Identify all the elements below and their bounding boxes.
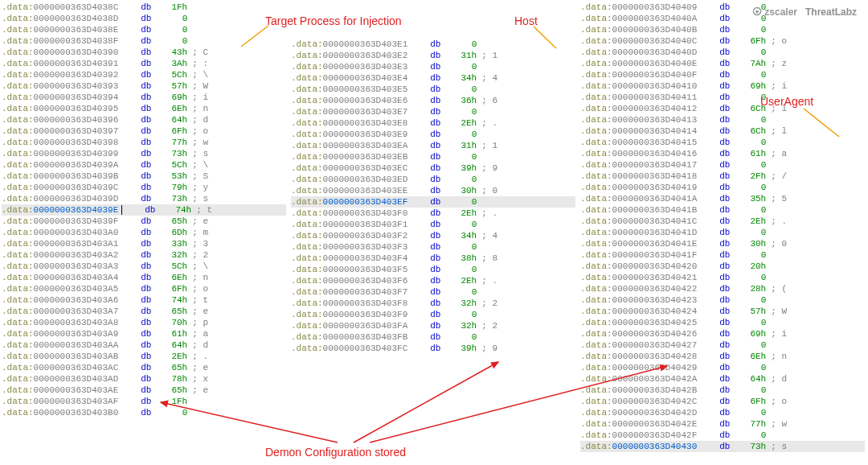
data-row[interactable]: .data:0000000363D40395db6Eh; n <box>2 103 286 114</box>
data-row[interactable]: .data:0000000363D40392db5Ch; \ <box>2 69 286 80</box>
data-row[interactable]: .data:0000000363D403E7db0 <box>291 106 575 117</box>
data-row[interactable]: .data:0000000363D403F5db0 <box>291 264 575 275</box>
data-row[interactable]: .data:0000000363D4041Bdb0 <box>580 204 865 216</box>
data-row[interactable]: .data:0000000363D40425db0 <box>580 317 865 328</box>
data-row[interactable]: .data:0000000363D40398db77h; w <box>2 137 286 148</box>
data-row[interactable]: .data:0000000363D4038Cdb1Fh <box>2 2 286 13</box>
data-row[interactable]: .data:0000000363D403EDdb0 <box>291 174 575 185</box>
data-row[interactable]: .data:0000000363D40423db0 <box>580 294 865 306</box>
data-row[interactable]: .data:0000000363D403E4db34h; 4 <box>291 72 575 84</box>
data-row[interactable]: .data:0000000363D403A5db6Fh; o <box>2 283 286 294</box>
data-row[interactable]: .data:0000000363D403AAdb64h; d <box>2 339 286 351</box>
data-row[interactable]: .data:0000000363D4041Cdb2Eh; . <box>580 216 865 227</box>
data-row[interactable]: .data:0000000363D40419db0 <box>580 182 865 193</box>
data-row[interactable]: .data:0000000363D403A4db6Eh; n <box>2 272 286 283</box>
data-row[interactable]: .data:0000000363D403E6db36h; 6 <box>291 95 575 106</box>
data-row[interactable]: .data:0000000363D403F9db0 <box>291 309 575 320</box>
data-row[interactable]: .data:0000000363D40418db2Fh; / <box>580 171 865 182</box>
data-row[interactable]: .data:0000000363D403E2db31h; 1 <box>291 50 575 61</box>
data-row[interactable]: .data:0000000363D40414db6Ch; l <box>580 126 865 137</box>
data-row[interactable]: .data:0000000363D40396db64h; d <box>2 114 286 126</box>
data-row[interactable]: .data:0000000363D4038Fdb0 <box>2 35 286 47</box>
data-row[interactable]: .data:0000000363D40421db0 <box>580 272 865 283</box>
data-row[interactable]: .data:0000000363D4040Cdb6Fh; o <box>580 35 865 47</box>
column-2[interactable]: .data:0000000363D403E1db0.data:000000036… <box>289 0 579 465</box>
data-row[interactable]: .data:0000000363D40413db0 <box>580 114 865 126</box>
column-1[interactable]: .data:0000000363D4038Cdb1Fh.data:0000000… <box>0 0 289 465</box>
data-row[interactable]: .data:0000000363D403EEdb30h; 0 <box>291 185 575 196</box>
data-row[interactable]: .data:0000000363D403E1db0 <box>291 39 575 50</box>
data-row[interactable]: .data:0000000363D403AEdb65h; e <box>2 385 286 396</box>
data-row[interactable]: .data:0000000363D4038Edb0 <box>2 24 286 35</box>
data-row[interactable]: .data:0000000363D403F6db2Eh; . <box>291 275 575 286</box>
data-row[interactable]: .data:0000000363D4039Edb74h; t <box>2 204 286 216</box>
data-row[interactable]: .data:0000000363D4042Ddb0 <box>580 407 865 418</box>
data-row[interactable]: .data:0000000363D403FCdb39h; 9 <box>291 343 575 354</box>
data-row[interactable]: .data:0000000363D4040Fdb0 <box>580 69 865 80</box>
data-row[interactable]: .data:0000000363D403EBdb0 <box>291 151 575 163</box>
data-row[interactable]: .data:0000000363D40393db57h; W <box>2 80 286 92</box>
data-row[interactable]: .data:0000000363D40397db6Fh; o <box>2 126 286 137</box>
data-row[interactable]: .data:0000000363D4039Fdb65h; e <box>2 216 286 227</box>
data-row[interactable]: .data:0000000363D403A0db6Dh; m <box>2 227 286 238</box>
data-row[interactable]: .data:0000000363D4040Ddb0 <box>580 47 865 58</box>
data-row[interactable]: .data:0000000363D40426db69h; i <box>580 328 865 339</box>
data-row[interactable]: .data:0000000363D403A1db33h; 3 <box>2 238 286 249</box>
data-row[interactable]: .data:0000000363D40391db3Ah; : <box>2 58 286 69</box>
data-row[interactable]: .data:0000000363D40427db0 <box>580 339 865 351</box>
data-row[interactable]: .data:0000000363D403F8db32h; 2 <box>291 298 575 309</box>
data-row[interactable]: .data:0000000363D4040Edb7Ah; z <box>580 58 865 69</box>
data-row[interactable]: .data:0000000363D4041Adb35h; 5 <box>580 193 865 204</box>
data-row[interactable]: .data:0000000363D40417db0 <box>580 159 865 171</box>
data-row[interactable]: .data:0000000363D403EFdb0 <box>291 196 575 208</box>
data-row[interactable]: .data:0000000363D403F3db0 <box>291 241 575 253</box>
data-row[interactable]: .data:0000000363D403F7db0 <box>291 286 575 298</box>
data-row[interactable]: .data:0000000363D40428db6Eh; n <box>580 351 865 362</box>
data-row[interactable]: .data:0000000363D40390db43h; C <box>2 47 286 58</box>
data-row[interactable]: .data:0000000363D40411db0 <box>580 92 865 103</box>
data-row[interactable]: .data:0000000363D403F0db2Eh; . <box>291 208 575 219</box>
data-row[interactable]: .data:0000000363D403F1db0 <box>291 219 575 230</box>
data-row[interactable]: .data:0000000363D4039Bdb53h; S <box>2 171 286 182</box>
data-row[interactable]: .data:0000000363D403E9db0 <box>291 129 575 140</box>
data-row[interactable]: .data:0000000363D4042Edb77h; w <box>580 418 865 430</box>
data-row[interactable]: .data:0000000363D4041Ddb0 <box>580 227 865 238</box>
data-row[interactable]: .data:0000000363D403A6db74h; t <box>2 294 286 306</box>
data-row[interactable]: .data:0000000363D4039Cdb79h; y <box>2 182 286 193</box>
data-row[interactable]: .data:0000000363D403ACdb65h; e <box>2 362 286 373</box>
data-row[interactable]: .data:0000000363D40394db69h; i <box>2 92 286 103</box>
data-row[interactable]: .data:0000000363D403A9db61h; a <box>2 328 286 339</box>
column-3[interactable]: .data:0000000363D40409db0.data:000000036… <box>579 0 868 465</box>
data-row[interactable]: .data:0000000363D40429db0 <box>580 362 865 373</box>
data-row[interactable]: .data:0000000363D40430db73h; s <box>580 441 865 452</box>
data-row[interactable]: .data:0000000363D403ADdb78h; x <box>2 373 286 385</box>
data-row[interactable]: .data:0000000363D4040Bdb0 <box>580 24 865 35</box>
data-row[interactable]: .data:0000000363D403F4db38h; 8 <box>291 253 575 264</box>
data-row[interactable]: .data:0000000363D403B0db0 <box>2 407 286 418</box>
data-row[interactable]: .data:0000000363D403EAdb31h; 1 <box>291 140 575 151</box>
data-row[interactable]: .data:0000000363D403E5db0 <box>291 84 575 95</box>
data-row[interactable]: .data:0000000363D4042Fdb0 <box>580 430 865 441</box>
data-row[interactable]: .data:0000000363D403ABdb2Eh; . <box>2 351 286 362</box>
data-row[interactable]: .data:0000000363D403A2db32h; 2 <box>2 249 286 261</box>
data-row[interactable]: .data:0000000363D403A7db65h; e <box>2 306 286 317</box>
data-row[interactable]: .data:0000000363D4042Cdb6Fh; o <box>580 396 865 407</box>
data-row[interactable]: .data:0000000363D4041Fdb0 <box>580 249 865 261</box>
data-row[interactable]: .data:0000000363D403ECdb39h; 9 <box>291 163 575 174</box>
data-row[interactable]: .data:0000000363D40415db0 <box>580 137 865 148</box>
data-row[interactable]: .data:0000000363D403FAdb32h; 2 <box>291 320 575 331</box>
data-row[interactable]: .data:0000000363D40410db69h; i <box>580 80 865 92</box>
data-row[interactable]: .data:0000000363D403F2db34h; 4 <box>291 230 575 241</box>
data-row[interactable]: .data:0000000363D403E3db0 <box>291 61 575 72</box>
data-row[interactable]: .data:0000000363D403A8db70h; p <box>2 317 286 328</box>
data-row[interactable]: .data:0000000363D40422db28h; ( <box>580 283 865 294</box>
data-row[interactable]: .data:0000000363D4039Ddb73h; s <box>2 193 286 204</box>
data-row[interactable]: .data:0000000363D4042Adb64h; d <box>580 373 865 385</box>
data-row[interactable]: .data:0000000363D40424db57h; W <box>580 306 865 317</box>
data-row[interactable]: .data:0000000363D4038Ddb0 <box>2 13 286 24</box>
data-row[interactable]: .data:0000000363D4042Bdb0 <box>580 385 865 396</box>
data-row[interactable]: .data:0000000363D4039Adb5Ch; \ <box>2 159 286 171</box>
data-row[interactable]: .data:0000000363D40399db73h; s <box>2 148 286 159</box>
data-row[interactable]: .data:0000000363D403FBdb0 <box>291 331 575 343</box>
data-row[interactable]: .data:0000000363D4041Edb30h; 0 <box>580 238 865 249</box>
